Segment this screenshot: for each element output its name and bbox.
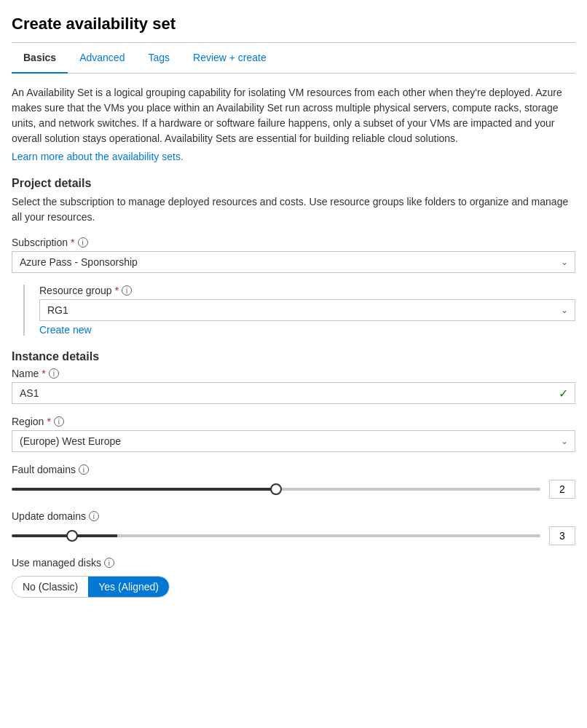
tab-bar: Basics Advanced Tags Review + create bbox=[12, 43, 575, 74]
subscription-required: * bbox=[71, 237, 74, 248]
subscription-field: Subscription * i Azure Pass - Sponsorshi… bbox=[12, 237, 575, 273]
subscription-dropdown-wrapper: Azure Pass - Sponsorship ⌄ bbox=[12, 251, 575, 273]
tab-tags[interactable]: Tags bbox=[136, 43, 181, 74]
tab-basics[interactable]: Basics bbox=[12, 43, 68, 74]
managed-disks-no-button[interactable]: No (Classic) bbox=[12, 577, 88, 597]
name-field: Name * i ✓ bbox=[12, 368, 575, 404]
resource-group-required: * bbox=[115, 285, 119, 296]
instance-details-title: Instance details bbox=[12, 350, 575, 363]
resource-group-dropdown[interactable]: RG1 bbox=[39, 299, 575, 321]
learn-more-link[interactable]: Learn more about the availability sets. bbox=[12, 151, 184, 162]
managed-disks-info-icon[interactable]: i bbox=[104, 558, 114, 568]
region-dropdown[interactable]: (Europe) West Europe bbox=[12, 430, 575, 452]
resource-group-dropdown-wrapper: RG1 ⌄ bbox=[39, 299, 575, 321]
region-info-icon[interactable]: i bbox=[54, 416, 64, 427]
resource-group-info-icon[interactable]: i bbox=[122, 285, 132, 296]
managed-disks-field: Use managed disks i No (Classic) Yes (Al… bbox=[12, 557, 575, 598]
resource-group-field: Resource group * i RG1 ⌄ Create new bbox=[39, 285, 575, 336]
name-valid-icon: ✓ bbox=[559, 387, 568, 400]
name-label: Name * i bbox=[12, 368, 575, 379]
name-input[interactable] bbox=[12, 382, 575, 404]
subscription-label: Subscription * i bbox=[12, 237, 575, 248]
fault-domains-value[interactable] bbox=[549, 480, 575, 499]
managed-disks-label: Use managed disks i bbox=[12, 557, 575, 569]
subscription-dropdown[interactable]: Azure Pass - Sponsorship bbox=[12, 251, 575, 273]
resource-group-container: Resource group * i RG1 ⌄ Create new bbox=[23, 285, 575, 336]
create-new-link[interactable]: Create new bbox=[39, 324, 92, 336]
managed-disks-yes-button[interactable]: Yes (Aligned) bbox=[88, 577, 169, 597]
name-input-wrapper: ✓ bbox=[12, 382, 575, 404]
update-domains-label: Update domains i bbox=[12, 510, 575, 522]
description-text: An Availability Set is a logical groupin… bbox=[12, 85, 575, 146]
fault-domains-slider-container bbox=[12, 480, 575, 499]
region-label: Region * i bbox=[12, 416, 575, 427]
update-domains-field: Update domains i bbox=[12, 510, 575, 545]
update-domains-slider-container bbox=[12, 526, 575, 545]
project-details-title: Project details bbox=[12, 177, 575, 190]
fault-domains-label: Fault domains i bbox=[12, 464, 575, 475]
region-dropdown-wrapper: (Europe) West Europe ⌄ bbox=[12, 430, 575, 452]
managed-disks-toggle-group: No (Classic) Yes (Aligned) bbox=[12, 576, 170, 598]
tab-advanced[interactable]: Advanced bbox=[68, 43, 136, 74]
name-required: * bbox=[42, 368, 45, 379]
update-domains-value[interactable] bbox=[549, 526, 575, 545]
resource-group-label: Resource group * i bbox=[39, 285, 575, 296]
fault-domains-field: Fault domains i bbox=[12, 464, 575, 499]
project-details-desc: Select the subscription to manage deploy… bbox=[12, 194, 575, 225]
tab-review-create[interactable]: Review + create bbox=[181, 43, 278, 74]
name-info-icon[interactable]: i bbox=[49, 368, 59, 379]
fault-domains-info-icon[interactable]: i bbox=[79, 464, 89, 475]
update-domains-info-icon[interactable]: i bbox=[89, 511, 99, 521]
update-domains-slider[interactable] bbox=[12, 534, 540, 537]
region-required: * bbox=[47, 416, 50, 427]
region-field: Region * i (Europe) West Europe ⌄ bbox=[12, 416, 575, 452]
page-title: Create availability set bbox=[12, 15, 575, 33]
fault-domains-slider[interactable] bbox=[12, 488, 540, 491]
subscription-info-icon[interactable]: i bbox=[78, 237, 88, 248]
